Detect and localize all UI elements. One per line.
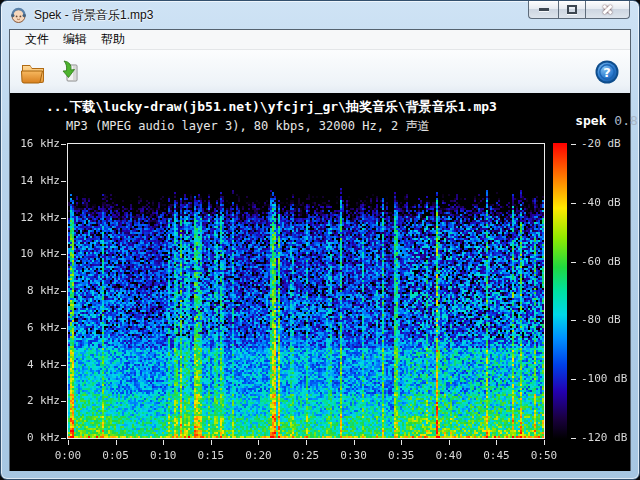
x-axis-tick [68,440,69,445]
db-color-legend [553,143,567,439]
y-axis-tick [61,401,66,402]
x-axis-label: 0:15 [187,449,235,462]
y-axis-label: 16 kHz [14,137,60,150]
x-axis-tick [544,440,545,445]
y-axis-label: 14 kHz [14,174,60,187]
legend-label: -100 dB [581,372,627,385]
x-axis-tick [401,440,402,445]
y-axis-label: 10 kHz [14,247,60,260]
y-axis-tick [61,254,66,255]
save-spectrogram-button[interactable] [50,55,84,89]
minimize-button[interactable] [528,1,558,19]
x-axis-label: 0:45 [472,449,520,462]
x-axis-tick [163,440,164,445]
legend-tick [571,438,576,439]
y-axis-label: 8 kHz [14,284,60,297]
x-axis-label: 0:35 [377,449,425,462]
x-axis-tick [496,440,497,445]
legend-label: -40 dB [581,196,621,209]
app-icon [10,7,27,24]
legend-tick [571,320,576,321]
x-axis-label: 0:30 [330,449,378,462]
x-axis-tick [354,440,355,445]
spectrogram-canvas [68,144,544,438]
x-axis-label: 0:05 [92,449,140,462]
minimize-icon [539,8,549,11]
y-axis-tick [61,291,66,292]
y-axis-tick [61,218,66,219]
y-axis-tick [61,365,66,366]
y-axis-label: 12 kHz [14,211,60,224]
x-axis-tick [306,440,307,445]
y-axis-label: 4 kHz [14,358,60,371]
menu-file[interactable]: 文件 [18,29,56,50]
legend-label: -60 dB [581,255,621,268]
save-export-icon [54,59,80,85]
toolbar: ? [10,50,630,93]
x-axis-label: 0:25 [282,449,330,462]
open-file-button[interactable] [16,55,50,89]
menu-edit[interactable]: 编辑 [56,29,94,50]
legend-tick [571,379,576,380]
spectrogram-plot [67,143,545,439]
x-axis-label: 0:40 [425,449,473,462]
y-axis-tick [61,438,66,439]
x-axis-label: 0:50 [520,449,568,462]
legend-label: -20 dB [581,137,621,150]
spek-window: Spek - 背景音乐1.mp3 文件 编辑 帮助 [0,0,640,480]
x-axis-tick [116,440,117,445]
x-axis-label: 0:00 [44,449,92,462]
client-area: 文件 编辑 帮助 [9,29,631,471]
x-axis-tick [211,440,212,445]
y-axis-tick [61,328,66,329]
legend-label: -120 dB [581,431,627,444]
window-controls [528,1,630,19]
legend-label: -80 dB [581,313,621,326]
x-axis-tick [449,440,450,445]
help-icon: ? [594,59,620,85]
x-axis-label: 0:20 [234,449,282,462]
y-axis-label: 0 kHz [14,431,60,444]
menu-bar: 文件 编辑 帮助 [10,30,630,50]
folder-open-icon [19,60,47,84]
spectrogram-panel: ...下载\lucky-draw(jb51.net)\yfcjrj_gr\抽奖音… [10,93,630,471]
maximize-icon [567,5,577,14]
legend-tick [571,262,576,263]
close-button[interactable] [586,1,630,19]
app-name-label: spek [575,113,614,128]
legend-tick [571,144,576,145]
y-axis-label: 2 kHz [14,394,60,407]
file-info: MP3 (MPEG audio layer 3), 80 kbps, 32000… [66,118,430,135]
x-axis-tick [258,440,259,445]
x-axis-label: 0:10 [139,449,187,462]
window-title: Spek - 背景音乐1.mp3 [34,7,153,24]
menu-help[interactable]: 帮助 [94,29,132,50]
y-axis-tick [61,144,66,145]
maximize-button[interactable] [558,1,586,19]
legend-tick [571,203,576,204]
app-version-number: 0.8.2 [614,113,640,128]
help-button[interactable]: ? [590,55,624,89]
close-icon [601,3,614,16]
y-axis-tick [61,181,66,182]
svg-text:?: ? [603,65,611,80]
y-axis-label: 6 kHz [14,321,60,334]
